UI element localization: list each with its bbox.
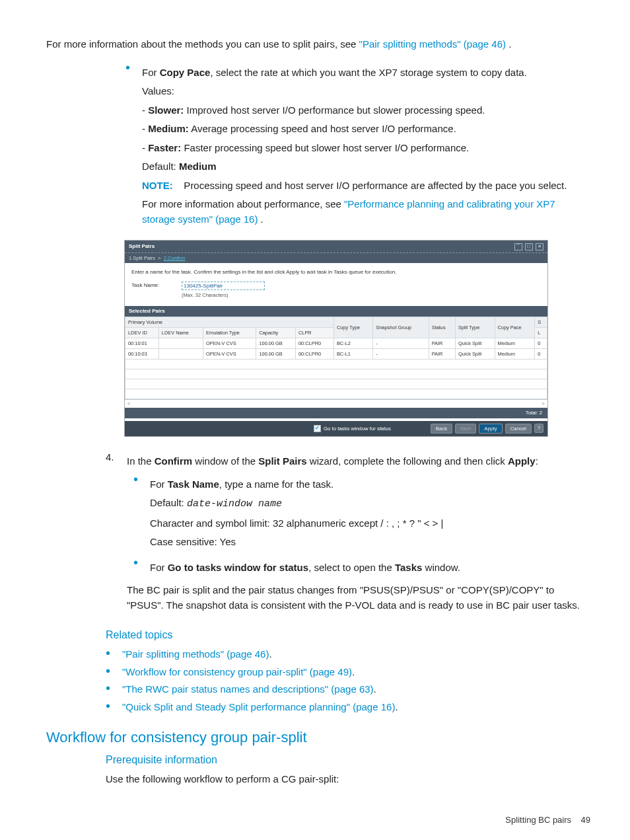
text: , select to open the	[308, 562, 395, 573]
window-min-icon[interactable]: ‾	[514, 243, 522, 250]
col-group-primary: Primary Volume	[125, 317, 334, 327]
back-button[interactable]: Back	[431, 424, 452, 434]
col-copytype: Copy Type	[333, 317, 372, 338]
cell: 0	[535, 348, 547, 359]
text: In the	[127, 455, 155, 467]
task-default: Default: date-window name	[150, 496, 443, 512]
text: .	[352, 666, 355, 677]
pairs-table-wrap: Primary Volume Copy Type Snapshot Group …	[125, 317, 547, 400]
total-label: Total: 2	[125, 408, 547, 418]
text: Task Name	[168, 478, 219, 490]
scroll-left-icon[interactable]: <	[127, 400, 131, 408]
copy-pace-intro: For Copy Pace, select the rate at which …	[142, 65, 590, 81]
col-ldev-id: LDEV ID	[125, 327, 159, 338]
table-row	[125, 369, 547, 379]
dialog-instruction: Enter a name for the task. Confirm the s…	[131, 268, 541, 276]
cell: OPEN-V CVS	[203, 338, 256, 348]
link-related-2[interactable]: "Workflow for consistency group pair-spl…	[122, 666, 352, 677]
footer-label: Splitting BC pairs	[505, 815, 571, 825]
cell: 0	[535, 338, 547, 348]
cell: OPEN-V CVS	[203, 348, 256, 359]
dialog-titlebar: Split Pairs ‾ □ ×	[125, 241, 547, 252]
col-s: S	[535, 317, 547, 327]
help-button[interactable]: ?	[534, 424, 543, 433]
bullet-icon: •	[106, 665, 110, 677]
cell: -	[373, 348, 429, 359]
cell: 100.00 GB	[256, 348, 296, 359]
horizontal-scrollbar[interactable]: < >	[125, 400, 547, 408]
window-buttons: ‾ □ ×	[513, 243, 543, 250]
bullet-icon: •	[133, 556, 138, 568]
cell: -	[373, 338, 429, 348]
bullet-icon: •	[133, 473, 138, 485]
goto-tasks-checkbox[interactable]: ✔ Go to tasks window for status	[314, 425, 391, 433]
window-close-icon[interactable]: ×	[536, 243, 543, 250]
label: Medium:	[148, 123, 189, 134]
table-row[interactable]: 00:10:03 OPEN-V CVS 100.00 GB 00:CLPR0 B…	[125, 348, 547, 359]
task-name-label: Task Name:	[131, 282, 171, 289]
sep: >	[158, 255, 160, 261]
wizard-step-1[interactable]: 1.Split Pairs	[129, 255, 155, 261]
section-heading-workflow: Workflow for consistency group pair-spli…	[46, 726, 590, 748]
cell: 00:CLPR0	[295, 348, 333, 359]
table-row[interactable]: 00:10:01 OPEN-V CVS 100.00 GB 00:CLPR0 B…	[125, 338, 547, 348]
pairs-table: Primary Volume Copy Type Snapshot Group …	[125, 317, 547, 399]
text: Tasks	[395, 562, 422, 573]
text: Default:	[142, 161, 179, 172]
step4-intro: In the Confirm window of the Split Pairs…	[127, 454, 590, 469]
text: .	[395, 701, 398, 712]
col-emulation: Emulation Type	[203, 327, 256, 338]
col-clpr: CLPR	[295, 327, 333, 338]
col-capacity: Capacity	[256, 327, 296, 338]
note-line: NOTE: Processing speed and host server I…	[142, 178, 590, 194]
task-name-input[interactable]	[182, 282, 265, 290]
col-copy-pace: Copy Pace	[495, 317, 535, 338]
window-max-icon[interactable]: □	[525, 243, 533, 250]
cell: PAIR	[429, 338, 455, 348]
wizard-steps: 1.Split Pairs > 2.Confirm	[125, 252, 547, 263]
text: Apply	[508, 455, 536, 467]
checkbox-label: Go to tasks window for status	[324, 425, 391, 433]
text: Improved host server I/O performance but…	[184, 104, 485, 116]
info-paragraph: For more information about the methods y…	[46, 37, 590, 52]
text: .	[508, 38, 511, 50]
cell: 00:10:01	[125, 338, 159, 348]
label-copy-pace: Copy Pace	[160, 67, 211, 78]
bullet-icon: •	[106, 700, 110, 712]
next-button[interactable]: Next	[455, 424, 476, 434]
text: .	[261, 213, 263, 225]
text: Faster processing speed but slower host …	[181, 142, 469, 153]
text: Processing speed and host server I/O per…	[181, 180, 567, 191]
col-ldev-name: LDEV Name	[158, 327, 203, 338]
related-topics-heading: Related topics	[106, 627, 590, 643]
cell: 00:10:03	[125, 348, 159, 359]
cell: BC-L2	[333, 338, 372, 348]
cell: Quick Split	[455, 348, 495, 359]
mono-text: date-window name	[187, 498, 282, 510]
table-row	[125, 359, 547, 369]
cell: 100.00 GB	[256, 338, 296, 348]
col-l: L	[535, 327, 547, 338]
checkbox-icon[interactable]: ✔	[314, 425, 321, 432]
col-split-type: Split Type	[455, 317, 495, 338]
bullet-icon: •	[106, 647, 110, 659]
link-pair-splitting-methods[interactable]: "Pair splitting methods" (page 46)	[359, 38, 506, 50]
dialog-title-text: Split Pairs	[129, 243, 155, 250]
apply-button[interactable]: Apply	[479, 424, 503, 434]
footer-page-number: 49	[581, 815, 590, 825]
cancel-button[interactable]: Cancel	[505, 424, 532, 434]
scroll-right-icon[interactable]: >	[542, 400, 545, 408]
text: For	[150, 562, 168, 573]
wizard-step-2[interactable]: 2.Confirm	[164, 255, 186, 261]
dialog-footer: ✔ Go to tasks window for status Back Nex…	[125, 421, 547, 437]
link-related-1[interactable]: "Pair splitting methods" (page 46)	[122, 648, 269, 660]
task-name-hint: (Max. 32 Characters)	[182, 291, 265, 299]
split-pairs-dialog: Split Pairs ‾ □ × 1.Split Pairs > 2.Conf…	[124, 240, 548, 437]
cell: BC-L1	[333, 348, 372, 359]
bullet-icon: •	[125, 61, 130, 73]
table-row	[125, 389, 547, 399]
table-row	[125, 379, 547, 389]
link-related-3[interactable]: "The RWC pair status names and descripti…	[122, 683, 374, 695]
link-related-4[interactable]: "Quick Split and Steady Split performanc…	[122, 701, 395, 712]
text: For more information about performance, …	[142, 198, 344, 210]
